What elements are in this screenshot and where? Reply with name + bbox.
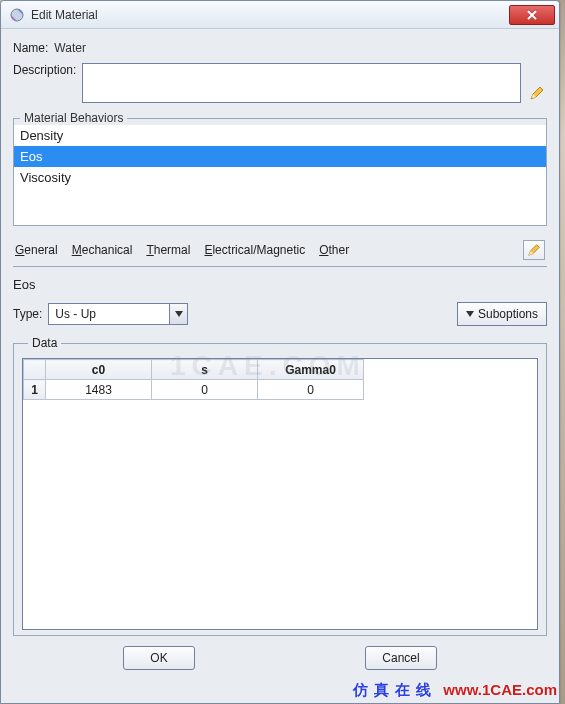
- col-header-s[interactable]: s: [152, 360, 258, 380]
- behavior-item-eos[interactable]: Eos: [14, 146, 546, 167]
- suboptions-button[interactable]: Suboptions: [457, 302, 547, 326]
- data-table[interactable]: c0 s Gamma0 1 1483 0 0: [23, 359, 364, 400]
- row-header-blank: [24, 360, 46, 380]
- description-row: Description:: [13, 63, 547, 103]
- type-value: Us - Up: [49, 304, 169, 324]
- data-table-container: c0 s Gamma0 1 1483 0 0: [22, 358, 538, 630]
- dialog-content: Name: Water Description: Material Behavi…: [1, 29, 559, 676]
- cancel-button[interactable]: Cancel: [365, 646, 437, 670]
- eos-section-title: Eos: [13, 277, 547, 292]
- titlebar: Edit Material: [1, 1, 559, 29]
- type-label: Type:: [13, 307, 42, 321]
- description-input[interactable]: [82, 63, 521, 103]
- col-header-gamma0[interactable]: Gamma0: [258, 360, 364, 380]
- material-behaviors-legend: Material Behaviors: [20, 111, 127, 125]
- suboptions-label: Suboptions: [478, 307, 538, 321]
- dialog-buttons: OK Cancel: [13, 636, 547, 670]
- menu-thermal[interactable]: Thermal: [146, 243, 190, 257]
- type-combobox[interactable]: Us - Up: [48, 303, 188, 325]
- behavior-menubar: General Mechanical Thermal Electrical/Ma…: [13, 236, 547, 267]
- name-label: Name:: [13, 41, 48, 55]
- behavior-item-density[interactable]: Density: [14, 125, 546, 146]
- footer-url-text: www.1CAE.com: [443, 681, 557, 700]
- footer: 仿真在线 www.1CAE.com: [353, 681, 557, 700]
- table-row[interactable]: 1 1483 0 0: [24, 380, 364, 400]
- description-label: Description:: [13, 63, 76, 77]
- chevron-down-icon[interactable]: [169, 304, 187, 324]
- edit-material-dialog: Edit Material Name: Water Description: M…: [0, 0, 560, 704]
- app-icon: [9, 7, 25, 23]
- name-row: Name: Water: [13, 41, 547, 55]
- cell-gamma0[interactable]: 0: [258, 380, 364, 400]
- name-value: Water: [54, 41, 86, 55]
- chevron-down-icon: [466, 311, 474, 317]
- menu-electrical[interactable]: Electrical/Magnetic: [204, 243, 305, 257]
- menu-mechanical[interactable]: Mechanical: [72, 243, 133, 257]
- cell-s[interactable]: 0: [152, 380, 258, 400]
- cell-c0[interactable]: 1483: [46, 380, 152, 400]
- ok-button[interactable]: OK: [123, 646, 195, 670]
- data-legend: Data: [28, 336, 61, 350]
- material-behaviors-list[interactable]: Density Eos Viscosity: [14, 125, 546, 225]
- behavior-item-viscosity[interactable]: Viscosity: [14, 167, 546, 188]
- col-header-c0[interactable]: c0: [46, 360, 152, 380]
- material-behaviors-group: Material Behaviors Density Eos Viscosity: [13, 111, 547, 226]
- type-row: Type: Us - Up Suboptions: [13, 302, 547, 326]
- menu-other[interactable]: Other: [319, 243, 349, 257]
- window-title: Edit Material: [31, 8, 509, 22]
- data-group: Data c0 s Gamma0 1 1483: [13, 336, 547, 636]
- menu-general[interactable]: General: [15, 243, 58, 257]
- edit-description-button[interactable]: [527, 83, 547, 103]
- row-index: 1: [24, 380, 46, 400]
- edit-behavior-button[interactable]: [523, 240, 545, 260]
- footer-cn-text: 仿真在线: [353, 681, 437, 700]
- close-button[interactable]: [509, 5, 555, 25]
